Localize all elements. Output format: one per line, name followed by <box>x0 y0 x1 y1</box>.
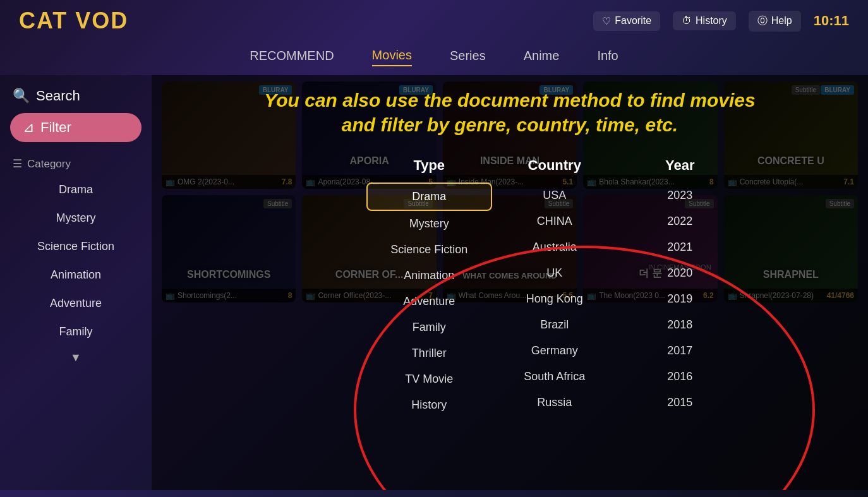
menu-icon: ☰ <box>13 157 22 171</box>
filter-overlay: You can also use the document method to … <box>152 75 868 490</box>
filter-table: Type Drama Mystery Science Fiction Anima… <box>366 151 868 418</box>
search-button[interactable]: 🔍 Search <box>0 81 152 113</box>
filter-year-2018[interactable]: 2018 <box>617 312 743 338</box>
filter-year-2020[interactable]: 2020 <box>617 260 743 286</box>
filter-col-type: Type Drama Mystery Science Fiction Anima… <box>366 151 492 418</box>
sidebar-item-family[interactable]: Family <box>0 318 152 346</box>
filter-year-2016[interactable]: 2016 <box>617 364 743 390</box>
category-header: ☰ Category <box>0 152 152 176</box>
nav-tabs: RECOMMEND Movies Series Anime Info <box>0 39 868 75</box>
filter-type-family[interactable]: Family <box>366 314 492 340</box>
filter-year-header: Year <box>617 151 743 183</box>
sidebar: 🔍 Search ⊿ Filter ☰ Category Drama Myste… <box>0 75 152 490</box>
heart-icon: ♡ <box>602 15 611 27</box>
filter-type-history[interactable]: History <box>366 392 492 418</box>
filter-icon: ⊿ <box>23 119 34 136</box>
history-button[interactable]: ⏱ History <box>673 11 736 30</box>
clock-display: 10:11 <box>814 13 849 29</box>
filter-year-2015[interactable]: 2015 <box>617 390 743 416</box>
help-icon: ⓪ <box>757 15 768 28</box>
tab-recommend[interactable]: RECOMMEND <box>250 46 334 66</box>
sidebar-item-science-fiction[interactable]: Science Fiction <box>0 232 152 261</box>
favorite-button[interactable]: ♡ Favorite <box>593 11 660 31</box>
scroll-down-arrow[interactable]: ▼ <box>0 346 152 369</box>
search-icon: 🔍 <box>13 88 30 104</box>
filter-country-hongkong[interactable]: Hong Kong <box>492 286 618 312</box>
annotation-text: You can also use the document method to … <box>158 88 862 137</box>
filter-country-germany[interactable]: Germany <box>492 338 618 364</box>
content-area: BLURAY 📺 OMG 2(2023-0... 7.8 BLURAY APOR… <box>152 75 868 490</box>
filter-type-animation[interactable]: Animation <box>366 263 492 289</box>
app-logo: CAT VOD <box>19 8 128 34</box>
filter-type-mystery[interactable]: Mystery <box>366 211 492 237</box>
tab-anime[interactable]: Anime <box>524 46 560 66</box>
tab-movies[interactable]: Movies <box>372 45 412 66</box>
filter-year-2022[interactable]: 2022 <box>617 208 743 234</box>
sidebar-item-drama[interactable]: Drama <box>0 176 152 204</box>
clock-icon: ⏱ <box>682 15 692 27</box>
tab-info[interactable]: Info <box>597 46 618 66</box>
filter-country-russia[interactable]: Russia <box>492 390 618 416</box>
filter-col-year: Year 2023 2022 2021 2020 2019 2018 2017 … <box>617 151 743 418</box>
filter-country-header: Country <box>492 151 618 183</box>
filter-year-2021[interactable]: 2021 <box>617 234 743 260</box>
filter-year-2017[interactable]: 2017 <box>617 338 743 364</box>
sidebar-item-mystery[interactable]: Mystery <box>0 204 152 232</box>
header: CAT VOD ♡ Favorite ⏱ History ⓪ Help 10:1… <box>0 0 868 39</box>
filter-type-adventure[interactable]: Adventure <box>366 289 492 314</box>
filter-year-2019[interactable]: 2019 <box>617 286 743 312</box>
filter-country-uk[interactable]: UK <box>492 260 618 286</box>
filter-type-scifi[interactable]: Science Fiction <box>366 237 492 263</box>
filter-country-brazil[interactable]: Brazil <box>492 312 618 338</box>
filter-country-australia[interactable]: Australia <box>492 234 618 260</box>
filter-country-usa[interactable]: USA <box>492 183 618 208</box>
tab-series[interactable]: Series <box>450 46 486 66</box>
filter-type-thriller[interactable]: Thriller <box>366 340 492 366</box>
filter-col-spacer <box>743 151 869 418</box>
filter-type-header: Type <box>366 151 492 183</box>
main-content: 🔍 Search ⊿ Filter ☰ Category Drama Myste… <box>0 75 868 490</box>
filter-col-country: Country USA CHINA Australia UK Hong Kong… <box>492 151 618 418</box>
sidebar-item-adventure[interactable]: Adventure <box>0 289 152 318</box>
filter-year-2023[interactable]: 2023 <box>617 183 743 208</box>
help-button[interactable]: ⓪ Help <box>749 11 801 32</box>
filter-country-southafrica[interactable]: South Africa <box>492 364 618 390</box>
filter-type-tvmovie[interactable]: TV Movie <box>366 366 492 392</box>
filter-country-china[interactable]: CHINA <box>492 208 618 234</box>
filter-button[interactable]: ⊿ Filter <box>10 113 142 142</box>
header-controls: ♡ Favorite ⏱ History ⓪ Help 10:11 <box>593 11 849 32</box>
filter-type-drama[interactable]: Drama <box>366 183 492 211</box>
sidebar-item-animation[interactable]: Animation <box>0 261 152 289</box>
